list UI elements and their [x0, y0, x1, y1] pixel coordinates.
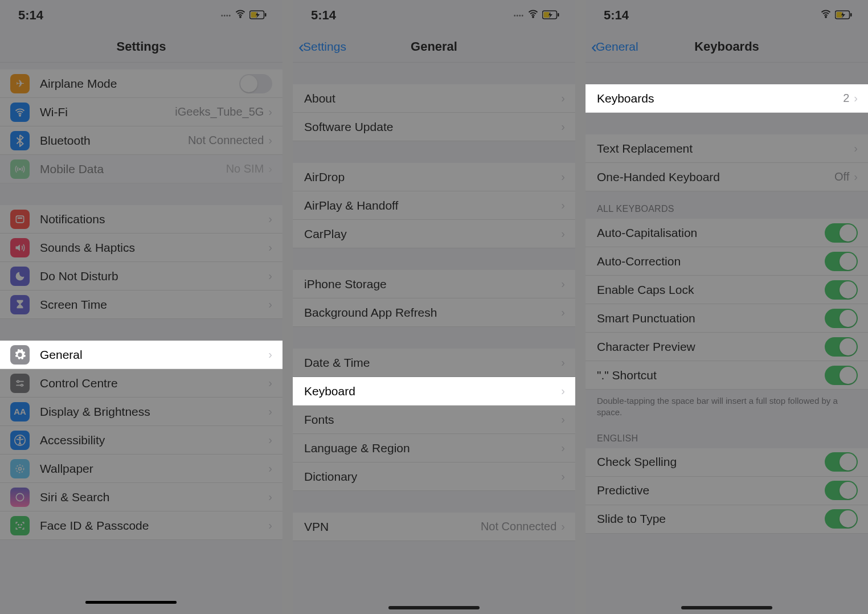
- row-check-spelling[interactable]: Check Spelling: [586, 448, 868, 477]
- back-button[interactable]: ‹ General: [591, 38, 638, 55]
- back-label: Settings: [303, 40, 346, 54]
- toggle[interactable]: [825, 309, 858, 328]
- row-storage[interactable]: iPhone Storage›: [293, 270, 575, 298]
- home-indicator[interactable]: [681, 606, 772, 609]
- row-airplay[interactable]: AirPlay & Handoff›: [293, 191, 575, 220]
- toggle[interactable]: [825, 223, 858, 243]
- wifi-row-icon: [10, 103, 30, 122]
- row-accessibility[interactable]: Accessibility ›: [0, 426, 282, 455]
- row-background[interactable]: Background App Refresh›: [293, 298, 575, 327]
- status-time: 5:14: [311, 8, 336, 23]
- row-smart-punct[interactable]: Smart Punctuation: [586, 304, 868, 333]
- row-predictive[interactable]: Predictive: [586, 477, 868, 505]
- chevron-right-icon: ›: [268, 162, 272, 175]
- row-fonts[interactable]: Fonts›: [293, 406, 575, 434]
- row-label: Display & Brightness: [40, 405, 268, 419]
- status-bar: 5:14: [586, 0, 868, 31]
- row-label: Wi-Fi: [40, 105, 175, 119]
- row-label: Accessibility: [40, 433, 268, 447]
- toggle[interactable]: [825, 252, 858, 271]
- row-label: Software Update: [304, 120, 561, 134]
- row-auto-correct[interactable]: Auto-Correction: [586, 247, 868, 276]
- section-header-all: ALL KEYBOARDS: [586, 191, 868, 219]
- toggle[interactable]: [825, 509, 858, 529]
- row-notifications[interactable]: Notifications ›: [0, 205, 282, 234]
- antenna-icon: [10, 159, 30, 179]
- back-button[interactable]: ‹ Settings: [298, 38, 346, 55]
- nav-bar: ‹ General Keyboards: [586, 31, 868, 63]
- row-auto-cap[interactable]: Auto-Capitalisation: [586, 219, 868, 247]
- svg-rect-23: [837, 12, 842, 18]
- row-keyboards[interactable]: Keyboards 2 ›: [586, 84, 868, 113]
- chevron-right-icon: ›: [268, 376, 272, 390]
- svg-point-16: [21, 524, 22, 525]
- chevron-right-icon: ›: [268, 519, 272, 532]
- chevron-right-icon: ›: [268, 212, 272, 226]
- chevron-right-icon: ›: [268, 241, 272, 254]
- general-list[interactable]: About› Software Update› AirDrop› AirPlay…: [293, 63, 575, 614]
- page-title: Settings: [117, 39, 166, 54]
- row-faceid[interactable]: Face ID & Passcode ›: [0, 511, 282, 540]
- row-sounds[interactable]: Sounds & Haptics ›: [0, 234, 282, 262]
- status-icons: ••••: [221, 8, 267, 23]
- row-screentime[interactable]: Screen Time ›: [0, 290, 282, 319]
- row-carplay[interactable]: CarPlay›: [293, 220, 575, 248]
- row-label: One-Handed Keyboard: [597, 170, 834, 184]
- row-detail: Off: [834, 170, 849, 183]
- row-control[interactable]: Control Centre ›: [0, 369, 282, 398]
- row-text-replacement[interactable]: Text Replacement›: [586, 134, 868, 163]
- chevron-right-icon: ›: [268, 348, 272, 361]
- row-language[interactable]: Language & Region›: [293, 434, 575, 462]
- keyboards-list[interactable]: Keyboards 2 › Text Replacement› One-Hand…: [586, 63, 868, 614]
- row-label: AirPlay & Handoff: [304, 199, 561, 212]
- row-datetime[interactable]: Date & Time›: [293, 349, 575, 377]
- row-airdrop[interactable]: AirDrop›: [293, 163, 575, 191]
- row-label: Enable Caps Lock: [597, 283, 825, 297]
- toggle[interactable]: [825, 366, 858, 385]
- svg-rect-19: [544, 12, 550, 18]
- row-wifi[interactable]: Wi-Fi iGeeks_Tube_5G ›: [0, 98, 282, 126]
- gear-icon: [10, 345, 30, 365]
- row-display[interactable]: AA Display & Brightness ›: [0, 398, 282, 426]
- page-title: Keyboards: [694, 39, 759, 54]
- row-keyboard[interactable]: Keyboard›: [293, 377, 575, 406]
- row-detail: Not Connected: [481, 520, 556, 533]
- row-vpn[interactable]: VPNNot Connected›: [293, 513, 575, 541]
- row-general[interactable]: General ›: [0, 341, 282, 369]
- row-detail: 2: [843, 92, 849, 105]
- row-label: Airplane Mode: [40, 77, 239, 91]
- chevron-right-icon: ›: [561, 356, 565, 369]
- settings-list[interactable]: ✈ Airplane Mode Wi-Fi iGeeks_Tube_5G › B…: [0, 63, 282, 614]
- home-indicator[interactable]: [388, 606, 480, 609]
- row-wallpaper[interactable]: Wallpaper ›: [0, 455, 282, 483]
- row-airplane[interactable]: ✈ Airplane Mode: [0, 69, 282, 98]
- battery-icon: [835, 8, 852, 23]
- row-software[interactable]: Software Update›: [293, 113, 575, 141]
- row-label: Auto-Correction: [597, 255, 825, 268]
- battery-icon: [249, 8, 267, 23]
- status-time: 5:14: [18, 8, 43, 23]
- toggle[interactable]: [825, 280, 858, 300]
- row-dot-shortcut[interactable]: "." Shortcut: [586, 361, 868, 390]
- row-dictionary[interactable]: Dictionary›: [293, 462, 575, 491]
- row-bluetooth[interactable]: Bluetooth Not Connected ›: [0, 126, 282, 155]
- status-bar: 5:14 ••••: [293, 0, 575, 31]
- airplane-toggle[interactable]: [239, 74, 272, 93]
- chevron-right-icon: ›: [268, 433, 272, 447]
- toggle[interactable]: [825, 481, 858, 500]
- hourglass-icon: [10, 295, 30, 314]
- row-mobile[interactable]: Mobile Data No SIM ›: [0, 155, 282, 183]
- notifications-icon: [10, 210, 30, 229]
- row-slide[interactable]: Slide to Type: [586, 505, 868, 534]
- nav-bar: Settings: [0, 31, 282, 63]
- chevron-right-icon: ›: [561, 413, 565, 426]
- row-caps-lock[interactable]: Enable Caps Lock: [586, 276, 868, 304]
- toggle[interactable]: [825, 452, 858, 472]
- row-one-handed[interactable]: One-Handed KeyboardOff›: [586, 163, 868, 191]
- row-dnd[interactable]: Do Not Disturb ›: [0, 262, 282, 290]
- toggle[interactable]: [825, 337, 858, 357]
- cellular-dots-icon: ••••: [514, 13, 524, 19]
- row-siri[interactable]: Siri & Search ›: [0, 483, 282, 511]
- row-about[interactable]: About›: [293, 84, 575, 113]
- row-char-preview[interactable]: Character Preview: [586, 333, 868, 361]
